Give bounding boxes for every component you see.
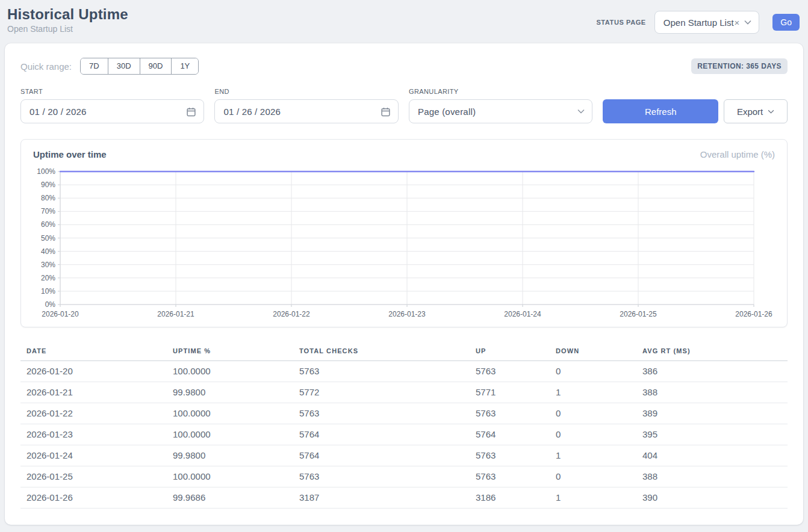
svg-text:90%: 90%	[41, 181, 55, 189]
table-cell: 3187	[299, 487, 476, 509]
table-cell: 0	[556, 361, 642, 382]
svg-text:30%: 30%	[41, 261, 55, 269]
end-date-field: END 01 / 26 / 2026	[214, 88, 398, 123]
status-page-value: Open Startup List	[663, 17, 734, 28]
table-cell: 5772	[299, 382, 476, 403]
table-cell: 100.0000	[173, 403, 299, 424]
table-cell: 3186	[476, 487, 556, 509]
table-cell: 1	[556, 487, 642, 509]
calendar-icon[interactable]	[186, 107, 196, 117]
table-cell: 100.0000	[173, 424, 299, 445]
table-row: 2026-01-2199.9800577257711388	[20, 382, 788, 403]
main-card: Quick range: 7D30D90D1Y RETENTION: 365 D…	[5, 43, 803, 525]
svg-text:60%: 60%	[41, 220, 55, 229]
quick-range-30d[interactable]: 30D	[108, 58, 140, 74]
granularity-select[interactable]: Page (overall)	[409, 99, 592, 123]
table-cell: 388	[642, 466, 788, 487]
chart-header: Uptime over time Overall uptime (%)	[33, 149, 775, 159]
table-cell: 5763	[476, 445, 556, 466]
start-date-field: START 01 / 20 / 2026	[20, 88, 204, 123]
quick-range-label: Quick range:	[20, 61, 72, 72]
svg-text:0%: 0%	[45, 300, 56, 309]
svg-text:2026-01-26: 2026-01-26	[735, 310, 772, 318]
table-cell: 404	[642, 445, 788, 466]
table-cell: 2026-01-26	[20, 487, 173, 509]
table-cell: 389	[642, 403, 788, 424]
quick-range-90d[interactable]: 90D	[140, 58, 172, 74]
uptime-chart-svg: 0%10%20%30%40%50%60%70%80%90%100%2026-01…	[33, 167, 775, 320]
start-date-label: START	[20, 88, 204, 95]
chevron-down-icon	[577, 109, 585, 114]
table-cell: 388	[642, 382, 788, 403]
svg-text:2026-01-25: 2026-01-25	[620, 310, 657, 318]
table-cell: 2026-01-24	[20, 445, 173, 466]
table-cell: 2026-01-22	[20, 403, 173, 424]
svg-text:100%: 100%	[37, 167, 55, 176]
chart-title: Uptime over time	[33, 149, 107, 159]
granularity-value: Page (overall)	[418, 107, 476, 117]
quick-range-1y[interactable]: 1Y	[171, 58, 198, 74]
table-cell: 99.9800	[173, 445, 299, 466]
svg-text:10%: 10%	[41, 287, 55, 295]
table-cell: 2026-01-25	[20, 466, 173, 487]
status-page-select[interactable]: Open Startup List ×	[654, 11, 760, 34]
table-cell: 0	[556, 466, 642, 487]
quick-range-group: 7D30D90D1Y	[80, 58, 199, 75]
table-cell: 5764	[299, 445, 476, 466]
table-cell: 100.0000	[173, 361, 299, 382]
table-row: 2026-01-20100.0000576357630386	[20, 361, 788, 382]
end-date-input[interactable]: 01 / 26 / 2026	[214, 99, 398, 123]
filters-row: START 01 / 20 / 2026 END 01 / 26 / 2026 …	[20, 88, 788, 123]
table-cell: 1	[556, 382, 642, 403]
title-block: Historical Uptime Open Startup List	[7, 6, 128, 34]
table-cell: 99.9800	[173, 382, 299, 403]
quick-range-7d[interactable]: 7D	[81, 58, 108, 74]
uptime-table-head: DATEUPTIME %TOTAL CHECKSUPDOWNAVG RT (MS…	[20, 342, 788, 361]
table-row: 2026-01-2699.9686318731861390	[20, 487, 788, 509]
clear-icon[interactable]: ×	[735, 17, 740, 28]
export-button[interactable]: Export	[724, 99, 788, 123]
table-cell: 5763	[299, 361, 476, 382]
uptime-table-body: 2026-01-20100.00005763576303862026-01-21…	[20, 361, 788, 509]
svg-text:2026-01-23: 2026-01-23	[388, 310, 426, 318]
page-header: Historical Uptime Open Startup List STAT…	[0, 0, 808, 39]
column-header: DOWN	[556, 342, 642, 361]
table-cell: 1	[556, 445, 642, 466]
table-cell: 5763	[476, 466, 556, 487]
start-date-input[interactable]: 01 / 20 / 2026	[20, 99, 204, 123]
column-header: UPTIME %	[173, 342, 299, 361]
table-row: 2026-01-22100.0000576357630389	[20, 403, 788, 424]
svg-text:80%: 80%	[41, 194, 55, 202]
retention-badge: RETENTION: 365 DAYS	[691, 58, 788, 74]
svg-text:20%: 20%	[41, 274, 55, 282]
table-cell: 5764	[299, 424, 476, 445]
column-header: DATE	[20, 342, 173, 361]
table-cell: 2026-01-21	[20, 382, 173, 403]
go-button[interactable]: Go	[772, 14, 800, 31]
status-page-label: STATUS PAGE	[596, 19, 645, 26]
svg-text:2026-01-22: 2026-01-22	[273, 310, 310, 318]
table-cell: 395	[642, 424, 788, 445]
refresh-button[interactable]: Refresh	[603, 99, 718, 123]
quick-range-left: Quick range: 7D30D90D1Y	[20, 58, 199, 75]
table-cell: 5771	[476, 382, 556, 403]
table-cell: 99.9686	[173, 487, 299, 509]
start-date-value: 01 / 20 / 2026	[30, 107, 87, 117]
uptime-table: DATEUPTIME %TOTAL CHECKSUPDOWNAVG RT (MS…	[20, 342, 788, 509]
table-row: 2026-01-25100.0000576357630388	[20, 466, 788, 487]
column-header: AVG RT (MS)	[642, 342, 788, 361]
svg-text:2026-01-24: 2026-01-24	[504, 310, 541, 318]
column-header: TOTAL CHECKS	[299, 342, 476, 361]
table-cell: 2026-01-23	[20, 424, 173, 445]
calendar-icon[interactable]	[381, 107, 391, 117]
table-row: 2026-01-23100.0000576457640395	[20, 424, 788, 445]
svg-text:70%: 70%	[41, 207, 55, 215]
end-date-value: 01 / 26 / 2026	[223, 107, 281, 117]
table-cell: 5763	[476, 403, 556, 424]
table-cell: 386	[642, 361, 788, 382]
quick-range-row: Quick range: 7D30D90D1Y RETENTION: 365 D…	[20, 58, 788, 75]
chart-legend: Overall uptime (%)	[700, 149, 775, 159]
table-cell: 5763	[299, 403, 476, 424]
table-cell: 0	[556, 424, 642, 445]
table-cell: 390	[642, 487, 788, 509]
